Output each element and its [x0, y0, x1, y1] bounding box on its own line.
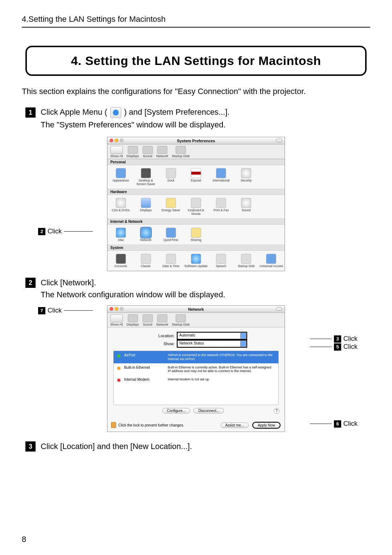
toolbar-network[interactable]: Network — [156, 314, 168, 326]
network-body: Location: Automatic Show: Network Status… — [107, 327, 285, 420]
callout-3: 3Click — [310, 335, 358, 343]
pref-accounts[interactable]: Accounts — [109, 253, 132, 269]
callout-7: 7Click — [38, 307, 93, 314]
step-1: 1 Click Apple Menu ( ) and [System Prefe… — [25, 107, 370, 118]
figure-network: 7Click 3Click 5Click 6Click Network Show… — [69, 305, 323, 432]
toolbar-displays[interactable]: Displays — [127, 146, 139, 158]
toolbar-toggle-icon[interactable] — [276, 139, 282, 142]
pref-sound[interactable]: Sound — [234, 197, 258, 216]
toolbar-showall[interactable]: Show All — [110, 314, 123, 326]
pref-international[interactable]: International — [209, 167, 233, 187]
pref-startup[interactable]: Startup Disk — [234, 253, 258, 269]
figure-system-preferences: 2Click System Preferences Show All Displ… — [69, 137, 323, 271]
pref-energy[interactable]: Energy Saver — [159, 197, 183, 216]
network-window: Network Show All Displays Sound Network … — [107, 305, 285, 432]
step-3-text: Click [Location] and then [New Location.… — [41, 442, 192, 451]
pref-dock[interactable]: Dock — [159, 167, 183, 187]
network-titlebar: Network — [107, 306, 285, 313]
window-controls[interactable] — [110, 139, 123, 142]
step-2: 2 Click [Network]. — [25, 278, 370, 288]
pref-datetime[interactable]: Date & Time — [159, 253, 183, 269]
configure-button[interactable]: Configure... — [162, 408, 191, 413]
pref-sharing[interactable]: Sharing — [184, 227, 208, 242]
pref-appearance[interactable]: Appearance — [109, 167, 132, 187]
assist-button[interactable]: Assist me... — [221, 423, 249, 428]
toolbar-showall[interactable]: Show All — [110, 146, 123, 158]
location-select[interactable]: Automatic — [177, 332, 246, 339]
status-dot-red — [117, 379, 121, 382]
close-icon[interactable] — [110, 307, 113, 311]
network-title: Network — [188, 307, 204, 311]
network-toolbar: Show All Displays Sound Network Startup … — [107, 313, 285, 327]
toolbar-displays[interactable]: Displays — [127, 314, 139, 326]
apply-now-button[interactable]: Apply Now — [253, 423, 280, 428]
section-system: System — [107, 245, 285, 251]
intro-text: This section explains the configurations… — [22, 87, 370, 96]
toolbar-network[interactable]: Network — [156, 146, 168, 158]
pref-displays[interactable]: Displays — [134, 197, 158, 216]
chevron-updown-icon — [240, 333, 246, 339]
pref-cds[interactable]: CDs & DVDs — [109, 197, 132, 216]
network-window-controls[interactable] — [110, 307, 123, 311]
close-icon[interactable] — [110, 139, 113, 142]
section-internet: Internet & Network — [107, 219, 285, 225]
running-header: 4.Setting the LAN Settings for Macintosh — [22, 15, 370, 28]
pref-printfax[interactable]: Print & Fax — [209, 197, 233, 216]
toolbar-sound[interactable]: Sound — [143, 314, 153, 326]
status-row-ethernet[interactable]: Built-in Ethernet Built-in Ethernet is c… — [114, 363, 278, 376]
sysprefs-titlebar: System Preferences — [107, 137, 285, 144]
apple-menu-icon — [110, 107, 121, 118]
disconnect-button[interactable]: Disconnect... — [193, 408, 224, 413]
section-title: 4. Setting the LAN Settings for Macintos… — [34, 54, 358, 68]
location-row: Location: Automatic — [113, 332, 279, 339]
section-personal: Personal — [107, 159, 285, 165]
sysprefs-toolbar: Show All Displays Sound Network Startup … — [107, 144, 285, 159]
grid-hardware: CDs & DVDs Displays Energy Saver Keyboar… — [107, 195, 285, 219]
grid-personal: Appearance Desktop & Screen Saver Dock E… — [107, 165, 285, 189]
network-middle-buttons: Configure... Disconnect... ? — [113, 408, 279, 413]
step-3: 3 Click [Location] and then [New Locatio… — [25, 441, 370, 452]
minimize-icon[interactable] — [115, 139, 118, 142]
toolbar-toggle-icon[interactable] — [276, 307, 282, 311]
step-2-text: Click [Network]. — [41, 278, 96, 287]
minimize-icon[interactable] — [115, 307, 118, 311]
chevron-updown-icon — [240, 341, 246, 347]
lock-row: Click the lock to prevent further change… — [107, 420, 285, 432]
page-number: 8 — [22, 535, 26, 544]
grid-system: Accounts Classic Date & Time Software Up… — [107, 251, 285, 271]
step-2-sub: The Network configuration window will be… — [41, 290, 370, 299]
zoom-icon[interactable] — [120, 139, 123, 142]
pref-speech[interactable]: Speech — [209, 253, 233, 269]
pref-desktop[interactable]: Desktop & Screen Saver — [134, 167, 158, 187]
step-number-1: 1 — [25, 107, 36, 118]
section-hardware: Hardware — [107, 189, 285, 195]
lock-icon[interactable] — [111, 422, 116, 428]
callout-6: 6Click — [310, 420, 358, 428]
status-dot-green — [117, 354, 121, 358]
step-number-3: 3 — [25, 441, 36, 452]
network-status-list: AirPort AirPort is connected to the netw… — [113, 351, 279, 405]
pref-dotmac[interactable]: .Mac — [109, 227, 132, 242]
pref-quicktime[interactable]: QuickTime — [159, 227, 183, 242]
section-title-box: 4. Setting the LAN Settings for Macintos… — [25, 46, 367, 76]
zoom-icon[interactable] — [120, 307, 123, 311]
callout-5: 5Click — [310, 343, 358, 351]
pref-software[interactable]: Software Update — [184, 253, 208, 269]
pref-network[interactable]: Network — [134, 227, 158, 242]
status-row-airport[interactable]: AirPort AirPort is connected to the netw… — [114, 351, 278, 363]
pref-expose[interactable]: Exposé — [184, 167, 208, 187]
step-1-sub: The "System Preferences" window will be … — [41, 120, 370, 130]
lock-text: Click the lock to prevent further change… — [118, 423, 184, 427]
system-preferences-window: System Preferences Show All Displays Sou… — [107, 137, 285, 271]
toolbar-startup[interactable]: Startup Disk — [172, 146, 190, 158]
pref-keyboard[interactable]: Keyboard & Mouse — [184, 197, 208, 216]
sysprefs-title: System Preferences — [177, 139, 215, 143]
pref-security[interactable]: Security — [234, 167, 258, 187]
toolbar-sound[interactable]: Sound — [143, 146, 153, 158]
pref-classic[interactable]: Classic — [134, 253, 158, 269]
toolbar-startup[interactable]: Startup Disk — [172, 314, 190, 326]
help-icon[interactable]: ? — [274, 408, 279, 414]
pref-universal[interactable]: Universal Access — [260, 253, 283, 269]
show-select[interactable]: Network Status — [177, 340, 246, 347]
status-row-modem[interactable]: Internal Modem Internal Modem is not set… — [114, 375, 278, 384]
